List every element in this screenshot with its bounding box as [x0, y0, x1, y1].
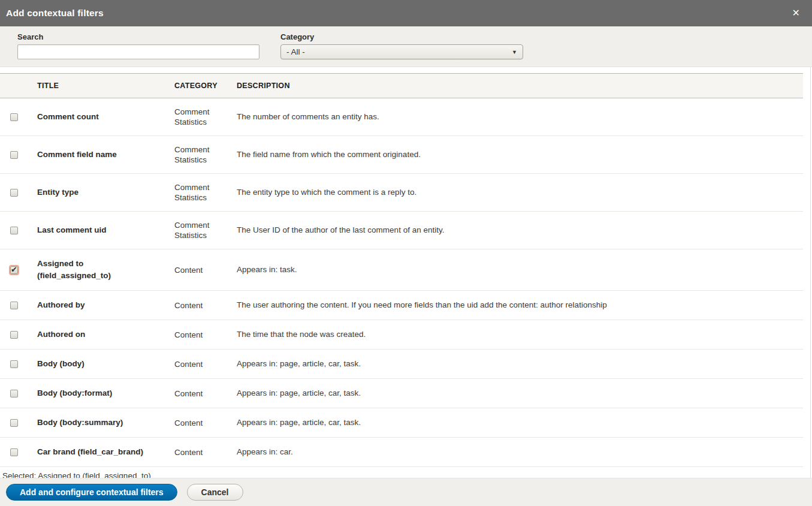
row-category: Comment Statistics: [164, 98, 227, 136]
title-column-header: TITLE: [27, 74, 164, 98]
row-description: The User ID of the author of the last co…: [227, 212, 803, 249]
scrollbar-track[interactable]: [810, 67, 811, 506]
table-row: ✔ Car brand (field_car_brand) Content Ap…: [0, 438, 803, 467]
row-category: Comment Statistics: [164, 136, 227, 174]
row-description: Appears in: car.: [227, 438, 803, 467]
row-checkbox[interactable]: ✔: [10, 189, 18, 197]
search-label: Search: [17, 32, 259, 41]
table-row: ✔ Entity type Comment Statistics The ent…: [0, 174, 803, 212]
search-input[interactable]: [17, 44, 259, 59]
close-icon[interactable]: ✕: [789, 6, 804, 20]
table-row: ✔ Body (body) Content Appears in: page, …: [0, 350, 803, 379]
row-description: Appears in: page, article, car, task.: [227, 408, 803, 438]
row-title: Body (body:format): [27, 379, 164, 408]
row-checkbox[interactable]: ✔: [10, 151, 18, 159]
check-icon: ✔: [11, 264, 17, 276]
row-description: The entity type to which the comment is …: [227, 174, 803, 212]
add-and-configure-button[interactable]: Add and configure contextual filters: [6, 484, 177, 501]
row-description: Appears in: page, article, car, task.: [227, 350, 803, 379]
row-category: Content: [164, 320, 227, 350]
row-title: Assigned to (field_assigned_to): [27, 249, 164, 291]
row-description: The time that the node was created.: [227, 320, 803, 350]
row-category: Content: [164, 379, 227, 408]
category-select-value: - All -: [286, 47, 305, 56]
row-title: Comment count: [27, 98, 164, 136]
row-category: Comment Statistics: [164, 174, 227, 212]
row-description: The field name from which the comment or…: [227, 136, 803, 174]
row-title: Car brand (field_car_brand): [27, 438, 164, 467]
row-checkbox[interactable]: ✔: [10, 360, 18, 368]
row-description: Appears in: page, article, car, task.: [227, 379, 803, 408]
description-column-header: DESCRIPTION: [227, 74, 803, 98]
row-title: Entity type: [27, 174, 164, 212]
row-title: Body (body): [27, 350, 164, 379]
row-title: Comment field name: [27, 136, 164, 174]
row-checkbox[interactable]: ✔: [10, 419, 18, 427]
row-checkbox[interactable]: ✔: [10, 448, 18, 456]
row-title: Authored on: [27, 320, 164, 350]
table-row-selected: ✔ Assigned to (field_assigned_to) Conten…: [0, 249, 803, 291]
row-category: Content: [164, 249, 227, 291]
checkbox-column-header: [0, 74, 27, 98]
filters-table: TITLE CATEGORY DESCRIPTION ✔ Comment cou…: [0, 73, 803, 467]
category-select[interactable]: - All - ▼: [280, 44, 523, 59]
table-row: ✔ Body (body:format) Content Appears in:…: [0, 379, 803, 408]
table-row: ✔ Body (body:summary) Content Appears in…: [0, 408, 803, 438]
table-header-row: TITLE CATEGORY DESCRIPTION: [0, 74, 803, 98]
row-category: Comment Statistics: [164, 212, 227, 249]
category-column-header: CATEGORY: [164, 74, 227, 98]
row-title: Authored by: [27, 291, 164, 320]
row-category: Content: [164, 291, 227, 320]
row-category: Content: [164, 438, 227, 467]
row-checkbox[interactable]: ✔: [10, 227, 18, 234]
filter-panel: Search Category - All - ▼: [0, 26, 812, 67]
row-checkbox[interactable]: ✔: [10, 390, 18, 397]
modal-footer: Add and configure contextual filters Can…: [0, 478, 812, 506]
spacer: [0, 67, 812, 73]
row-description: The number of comments an entity has.: [227, 98, 803, 136]
table-row: ✔ Comment count Comment Statistics The n…: [0, 98, 803, 136]
category-label: Category: [280, 32, 523, 41]
table-row: ✔ Comment field name Comment Statistics …: [0, 136, 803, 174]
cancel-button[interactable]: Cancel: [187, 484, 243, 501]
row-title: Last comment uid: [27, 212, 164, 249]
table-row: ✔ Authored by Content The user authoring…: [0, 291, 803, 320]
modal-header: Add contextual filters ✕: [0, 0, 812, 26]
modal-title: Add contextual filters: [6, 8, 104, 19]
table-row: ✔ Authored on Content The time that the …: [0, 320, 803, 350]
row-checkbox[interactable]: ✔: [10, 266, 18, 274]
row-checkbox[interactable]: ✔: [10, 302, 18, 309]
row-category: Content: [164, 408, 227, 438]
category-field-group: Category - All - ▼: [280, 32, 523, 67]
row-checkbox[interactable]: ✔: [10, 331, 18, 339]
search-field-group: Search: [17, 32, 259, 67]
table-row: ✔ Last comment uid Comment Statistics Th…: [0, 212, 803, 249]
chevron-down-icon: ▼: [512, 49, 517, 55]
row-description: The user authoring the content. If you n…: [227, 291, 803, 320]
row-title: Body (body:summary): [27, 408, 164, 438]
row-description: Appears in: task.: [227, 249, 803, 291]
row-category: Content: [164, 350, 227, 379]
row-checkbox[interactable]: ✔: [10, 113, 18, 121]
